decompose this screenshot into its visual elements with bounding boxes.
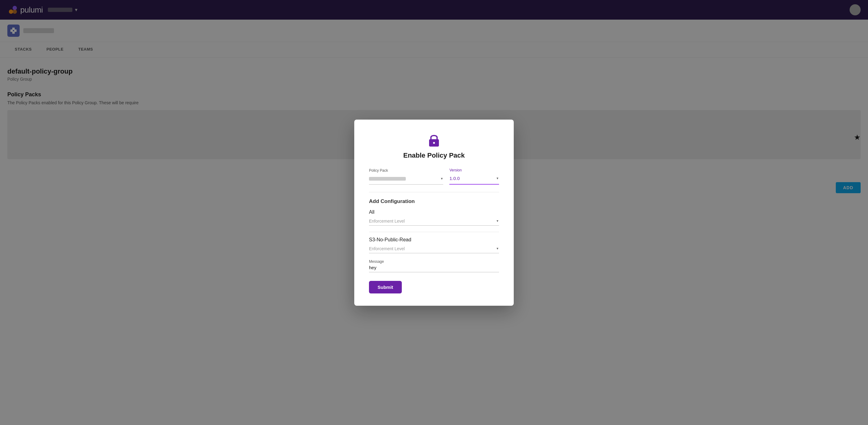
version-select[interactable]: 1.0.0 [450, 174, 499, 185]
version-group: Version 1.0.0 [450, 168, 499, 185]
all-enforcement-placeholder: Enforcement Level [369, 219, 405, 224]
submit-button[interactable]: Submit [369, 281, 402, 293]
all-enforcement-row[interactable]: Enforcement Level [369, 219, 499, 224]
policy-pack-group: Policy Pack [369, 168, 443, 185]
add-config-title: Add Configuration [369, 198, 499, 204]
policy-pack-select[interactable] [369, 174, 443, 185]
all-enforcement-select[interactable]: Enforcement Level [369, 219, 499, 226]
policy-pack-arrow [440, 177, 443, 180]
version-display[interactable]: 1.0.0 [450, 174, 499, 183]
message-value[interactable]: hey [369, 265, 499, 270]
config-section-divider [369, 232, 499, 232]
version-value: 1.0.0 [450, 176, 460, 181]
version-label: Version [450, 168, 499, 172]
policy-pack-row: Policy Pack Version 1.0.0 [369, 168, 499, 185]
policy-pack-label: Policy Pack [369, 168, 443, 173]
s3-enforcement-arrow [496, 247, 499, 250]
version-arrow [496, 176, 499, 180]
svg-point-8 [433, 142, 435, 144]
s3-enforcement-placeholder: Enforcement Level [369, 246, 405, 251]
modal-title: Enable Policy Pack [369, 152, 499, 159]
config-s3-label: S3-No-Public-Read [369, 237, 499, 242]
modal-lock-icon-wrapper [369, 132, 499, 149]
config-all-label: All [369, 209, 499, 215]
s3-enforcement-select[interactable]: Enforcement Level [369, 246, 499, 253]
message-input-wrapper[interactable]: hey [369, 265, 499, 272]
all-enforcement-arrow [496, 219, 499, 223]
policy-pack-value-blurred [369, 177, 406, 181]
s3-enforcement-row[interactable]: Enforcement Level [369, 246, 499, 251]
policy-pack-display[interactable] [369, 174, 443, 183]
modal-divider-1 [369, 192, 499, 192]
message-label: Message [369, 259, 499, 264]
enable-policy-modal: Enable Policy Pack Policy Pack Version 1… [354, 120, 514, 306]
modal-overlay[interactable]: Enable Policy Pack Policy Pack Version 1… [0, 0, 868, 425]
lock-icon [426, 132, 442, 148]
